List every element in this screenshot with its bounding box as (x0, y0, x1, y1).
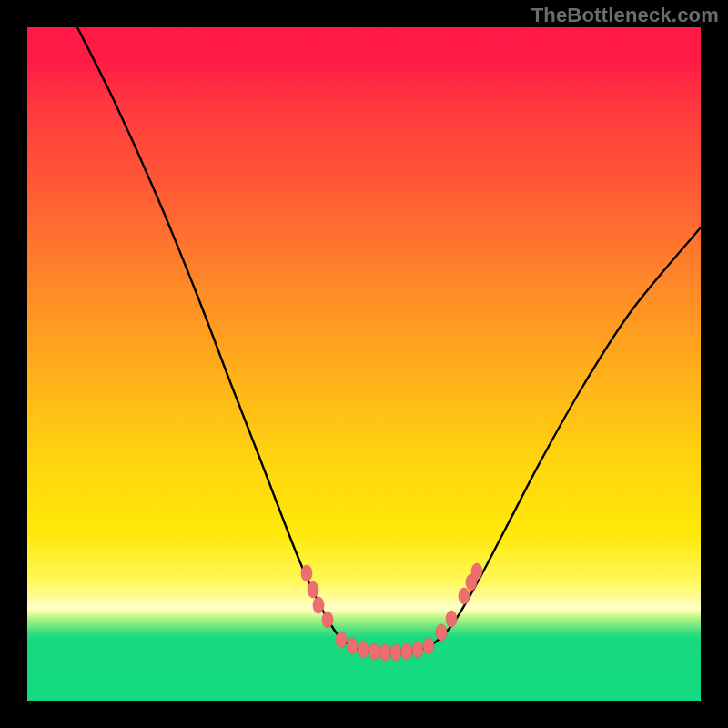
curve-marker (313, 597, 324, 613)
curve-marker (436, 624, 447, 641)
curve-marker (390, 644, 401, 661)
curve-marker (308, 581, 318, 598)
curve-marker (401, 643, 412, 660)
curve-marker (336, 632, 347, 648)
curve-marker (347, 638, 358, 654)
curve-marker (358, 642, 369, 658)
curve-marker (446, 611, 457, 627)
bottleneck-curve (77, 27, 701, 653)
curve-marker (369, 643, 379, 660)
curve-marker (412, 642, 423, 658)
attribution-text: TheBottleneck.com (531, 4, 719, 27)
curve-marker (322, 612, 333, 628)
curve-marker (379, 644, 390, 661)
curve-marker (301, 565, 312, 581)
curve-marker (423, 638, 434, 654)
curve-marker (471, 563, 482, 580)
plot-area (27, 27, 701, 701)
curve-marker (459, 588, 470, 604)
chart-svg (27, 27, 701, 701)
curve-markers (301, 563, 482, 661)
